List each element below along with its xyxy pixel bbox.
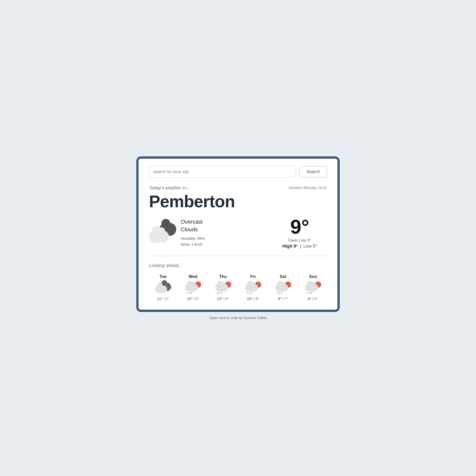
forecast-icon-wed (185, 282, 201, 294)
forecast-icon-sun (305, 282, 321, 294)
cloud-rain-icon (245, 284, 258, 292)
low-temp: Low 8° (303, 244, 317, 249)
forecast-day-fri: Fri 10° | 8° (239, 274, 267, 301)
search-row: Search (149, 166, 327, 178)
search-button[interactable]: Search (299, 166, 327, 178)
today-label: Today's weather in... (149, 185, 190, 191)
forecast-day-tue: Tue 11° | 2° (149, 274, 177, 301)
forecast-icon-tue (155, 282, 171, 294)
forecast-temp-sun: 8° | 4° (308, 297, 318, 301)
rain-drops (277, 292, 282, 294)
overcast-clouds-icon (149, 223, 176, 243)
city-name: Pemberton (149, 192, 327, 211)
forecast-day-wed: Wed 10° | 6° (179, 274, 207, 301)
forecast-icon-sat (275, 282, 291, 294)
forecast-day-label: Tue (159, 274, 167, 279)
cloud-rain-icon (185, 284, 198, 292)
forecast-temp-thu: 12° | 5° (217, 297, 229, 301)
temperature-main: 9° (272, 217, 327, 237)
cloud-rain-icon (275, 284, 288, 292)
forecast-day-thu: Thu 12° | 5° (209, 274, 237, 301)
weather-card: Search Today's weather in... Updated Mon… (136, 156, 340, 312)
forecast-temp-fri: 10° | 8° (247, 297, 259, 301)
footer: Open-source code by Gemma Kellett (209, 316, 267, 320)
forecast-row: Tue 11° | 2° Wed (149, 274, 327, 301)
weather-icon-section: Overcast Clouds Humidity: 96% Wind: 1 km… (149, 218, 272, 247)
forecast-day-label: Sun (309, 274, 317, 279)
forecast-temp-wed: 10° | 6° (187, 297, 199, 301)
forecast-day-label: Fri (250, 274, 256, 279)
forecast-day-label: Thu (219, 274, 227, 279)
high-temp: High 9° (282, 244, 298, 249)
updated-label: Updated Monday 18:41 (288, 185, 327, 190)
forecast-day-sat: Sat 9° | 7° (269, 274, 297, 301)
forecast-day-label: Sat (280, 274, 286, 279)
today-header: Today's weather in... Updated Monday 18:… (149, 185, 327, 191)
wind-text: Wind: 1 km/h (181, 241, 272, 247)
high-low: High 9° | Low 8° (272, 244, 327, 249)
forecast-icon-fri (245, 282, 261, 294)
rain-drops (217, 292, 222, 294)
cloud-rain-icon (215, 284, 228, 292)
looking-ahead-label: Looking ahead... (149, 263, 327, 268)
cloud-rain-icon (305, 284, 318, 292)
weather-details: Humidity: 96% Wind: 1 km/h (181, 236, 272, 247)
separator: | (300, 244, 301, 249)
forecast-icon-thu (215, 282, 231, 294)
divider (149, 256, 327, 256)
feels-like: Feels Like 9° (272, 238, 327, 243)
weather-condition: Overcast Clouds (181, 218, 272, 234)
forecast-temp-sat: 9° | 7° (278, 297, 288, 301)
forecast-temp-tue: 11° | 2° (157, 297, 169, 301)
forecast-day-sun: Sun 8° | 4° (299, 274, 327, 301)
rain-drops (247, 292, 252, 294)
forecast-day-label: Wed (189, 274, 198, 279)
weather-description: Overcast Clouds Humidity: 96% Wind: 1 km… (181, 218, 272, 247)
temperature-section: 9° Feels Like 9° High 9° | Low 8° (272, 217, 327, 249)
rain-drops (187, 292, 192, 294)
humidity-text: Humidity: 96% (181, 236, 272, 241)
search-input[interactable] (149, 166, 296, 178)
rain-drops (307, 292, 312, 294)
weather-main: Overcast Clouds Humidity: 96% Wind: 1 km… (149, 217, 327, 249)
